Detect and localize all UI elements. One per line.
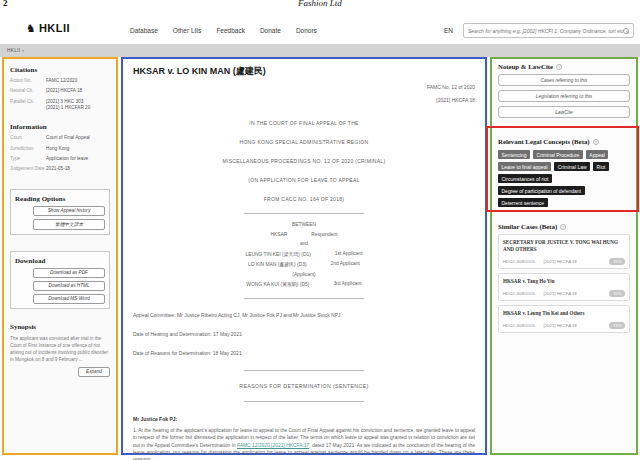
legal-concepts-section: Relevant Legal Concepts (Beta) ? Sentenc… <box>498 138 630 207</box>
concept-chip[interactable]: Riot <box>593 162 609 171</box>
neutral-citation: [2021] HKCFA 18 <box>133 94 475 107</box>
similar-case-card[interactable]: HKSAR v. Leung Tin Kei and Others HDCC 4… <box>498 305 630 333</box>
similar-case-title: HKSAR v. Leung Tin Kei and Others <box>503 310 625 317</box>
paper-header: 2 Fashion Ltd <box>0 0 640 13</box>
breadcrumb[interactable]: HKLII › <box>7 48 24 53</box>
similar-case-title: HKSAR v. Tang Ho Yin <box>503 278 625 285</box>
noteup-button[interactable]: Cases referring to this <box>498 74 630 86</box>
party-name: WONG KA KUI (黃家駒) (D5) <box>246 281 309 287</box>
case-references: FAMC No. 12 of 2020 [2021] HKCFA 18 <box>133 81 475 107</box>
citation-label: Neutral Cit. <box>10 88 46 94</box>
similar-title: Similar Cases (Beta) <box>498 223 557 230</box>
similar-case-docket: HDCC 408/2016 <box>503 259 535 264</box>
court-header-line: HONG KONG SPECIAL ADMINISTRATIVE REGION <box>133 139 475 145</box>
noteup-button[interactable]: LawCite <box>498 106 630 118</box>
concept-chip[interactable]: Appeal <box>586 150 609 159</box>
concept-chip[interactable]: Deterrent sentence <box>498 198 548 207</box>
court-header-line: (ON APPLICATION FOR LEAVE TO APPEAL <box>133 177 475 183</box>
between-label: BETWEEN <box>133 222 475 227</box>
party-role: 2nd Applicant <box>331 261 360 267</box>
language-selector[interactable]: EN <box>444 27 453 34</box>
concept-chip[interactable]: Criminal Law <box>554 162 590 171</box>
search-icon[interactable] <box>623 28 629 34</box>
reading-options-title: Reading Options <box>15 195 105 203</box>
concept-chip[interactable]: Degree of participation of defendant <box>498 186 585 195</box>
party-line: WONG KA KUI (黃家駒) (D5) 3rd Applicant <box>133 281 475 287</box>
reading-options-panel: Reading Options Show Appeal history 繁體中文… <box>10 189 110 235</box>
info-icon[interactable]: ? <box>593 139 599 145</box>
divider <box>244 213 364 214</box>
reading-option-button[interactable]: 繁體中文譯本 <box>33 219 105 230</box>
breadcrumb-bar: HKLII › <box>0 44 640 57</box>
citation-row: Parallel Cit. [2021] 3 HKC 303 (2021) 1 … <box>10 99 110 112</box>
information-row: Court Court of Final Appeal <box>10 135 110 141</box>
information-row: Type Application for leave <box>10 156 110 162</box>
similar-case-citation: [2021] HKCFA 18 <box>544 291 577 296</box>
left-sidebar: Citations Action No. FAMC 12/2020 Neutra… <box>2 57 118 455</box>
concept-chip[interactable]: Leave to final appeal <box>498 162 551 171</box>
similarity-score-badge: 76% <box>609 258 625 265</box>
citation-value: [2021] 3 HKC 303 (2021) 1 HKCFAR 20 <box>46 99 110 112</box>
search-input[interactable] <box>468 28 623 34</box>
information-row: Jurisdiction Hong Kong <box>10 146 110 152</box>
party-line: LO KIN MAN (盧建民) (D3) 2nd Applicant <box>133 261 475 267</box>
similar-cases-section: Similar Cases (Beta) ? SECRETARY FOR JUS… <box>498 223 630 333</box>
citation-value: [2021] HKCFA 18 <box>46 88 110 94</box>
party-name: LO KIN MAN (盧建民) (D3) <box>248 261 306 267</box>
similar-case-meta: HDCC 408/2016 [2021] HKCFA 18 70% <box>503 290 625 297</box>
paper-running-title: Fashion Ltd <box>0 0 640 8</box>
citation-row: Action No. FAMC 12/2020 <box>10 78 110 84</box>
information-value: Application for leave <box>46 156 110 162</box>
concepts-title: Relevant Legal Concepts (Beta) <box>498 138 590 145</box>
brand-name: HKLII <box>39 22 70 34</box>
concept-chips: Sentencing Criminal Procedure Appeal Lea… <box>498 150 630 207</box>
nav-item[interactable]: Other LIIs <box>173 27 202 34</box>
party-line: LEUNG TIN KEI (梁天琦) (D1) 1st Applicant <box>133 251 475 257</box>
nav-item[interactable]: Feedback <box>216 27 245 34</box>
lion-crest-icon: ♞ <box>26 23 36 34</box>
nav-item[interactable]: Donate <box>260 27 281 34</box>
similar-case-meta: HDCC 408/2016 [2021] HKCFA 18 73% <box>503 322 625 329</box>
noteup-button[interactable]: Legislation referring to this <box>498 90 630 102</box>
info-icon[interactable]: ? <box>560 224 566 230</box>
concept-chip[interactable]: Circumstances of riot <box>498 174 552 183</box>
court-header-line: MISCELLANEOUS PROCEEDINGS NO. 12 OF 2020… <box>133 158 475 164</box>
concepts-section-header: Relevant Legal Concepts (Beta) ? <box>498 138 630 145</box>
party-role: 1st Applicant <box>335 251 363 257</box>
nav-item[interactable]: Database <box>130 27 158 34</box>
synopsis-text: The applicant was convicted after trial … <box>10 335 110 363</box>
similar-case-card[interactable]: HKSAR v. Tang Ho Yin HDCC 408/2016 [2021… <box>498 273 630 301</box>
court-header-line: FROM CACC NO. 164 OF 2018) <box>133 196 475 202</box>
appeal-committee: Appeal Committee: Mr Justice Ribeiro Act… <box>133 312 475 318</box>
judgment-document: HKSAR v. LO KIN MAN (盧建民) FAMC No. 12 of… <box>121 57 487 455</box>
citation-value: FAMC 12/2020 <box>46 78 110 84</box>
determination-link[interactable]: FAMC 12/2020 [2021] HKCFA 17 <box>237 443 309 448</box>
similar-case-card[interactable]: SECRETARY FOR JUSTICE V. TONG WAI HUNG A… <box>498 234 630 269</box>
global-search[interactable] <box>463 23 634 38</box>
concept-chip[interactable]: Criminal Procedure <box>533 150 583 159</box>
download-button[interactable]: Download as HTML <box>33 281 105 291</box>
case-number: FAMC No. 12 of 2020 <box>133 81 475 94</box>
download-button[interactable]: Download as PDF <box>33 268 105 278</box>
hearing-date: Date of Hearing and Determination: 17 Ma… <box>133 331 475 337</box>
similar-case-citation: [2021] HKCFA 18 <box>544 323 577 328</box>
reading-option-button[interactable]: Show Appeal history <box>33 206 105 216</box>
divider <box>244 401 364 402</box>
download-button[interactable]: Download MS Word <box>33 294 105 304</box>
party-line: (Applicant) <box>133 272 475 277</box>
info-icon[interactable]: ? <box>556 64 562 70</box>
case-title: HKSAR v. LO KIN MAN (盧建民) <box>133 65 475 78</box>
party-line: HKSAR Respondent <box>133 232 475 237</box>
determination-heading: REASONS FOR DETERMINATION (SENTENCE) <box>133 383 475 389</box>
hklii-case-page: 2 Fashion Ltd ♞ HKLII Database Other LII… <box>0 0 640 460</box>
nav-item[interactable]: Donors <box>296 27 317 34</box>
hklii-logo[interactable]: ♞ HKLII <box>26 22 70 34</box>
similar-case-title: SECRETARY FOR JUSTICE V. TONG WAI HUNG A… <box>503 239 625 253</box>
information-row: Judgement Date 2021-05-18 <box>10 166 110 172</box>
similar-case-citation: [2021] HKCFA 18 <box>544 259 577 264</box>
judge-name: Mr Justice Fok PJ: <box>133 416 475 422</box>
concept-chip[interactable]: Sentencing <box>498 150 530 159</box>
party-role: 3rd Applicant <box>333 281 361 287</box>
synopsis-expand-button[interactable]: Expand <box>78 367 110 377</box>
information-value: Court of Final Appeal <box>46 135 110 141</box>
